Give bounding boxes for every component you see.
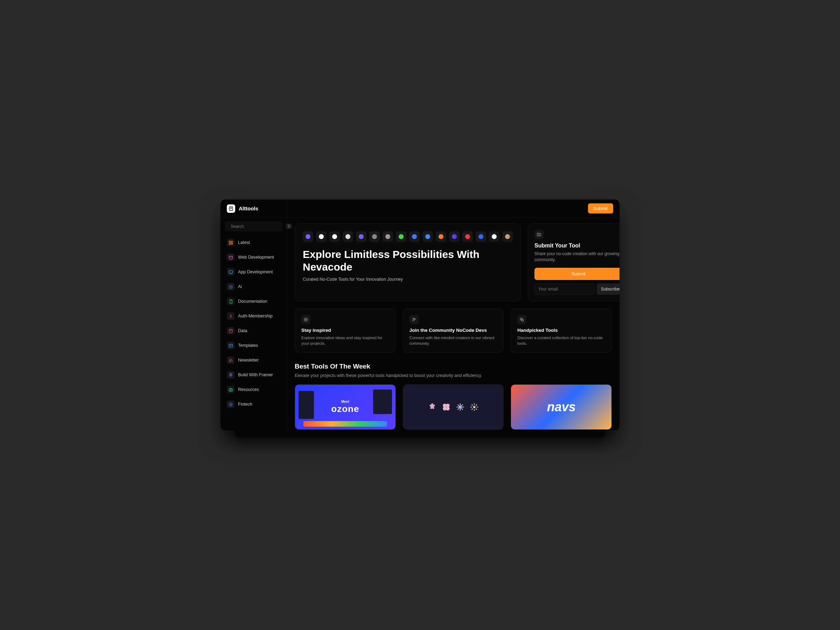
sidebar-item-templates[interactable]: Templates <box>224 338 283 352</box>
tool-card-navs[interactable]: navs <box>511 384 612 430</box>
tool-mini-icon[interactable] <box>316 231 327 242</box>
sidebar-item-data[interactable]: Data <box>224 324 283 338</box>
auth-icon <box>227 312 235 320</box>
folder-upload-icon <box>534 230 543 239</box>
tool-mini-icon[interactable] <box>369 231 380 242</box>
sidebar-item-label: Newsletter <box>238 358 259 363</box>
info-card[interactable]: Stay inspiredExplore innovative ideas an… <box>295 308 396 353</box>
info-card-icon <box>409 315 418 324</box>
svg-rect-5 <box>231 243 232 244</box>
sidebar-item-label: Data <box>238 328 247 333</box>
svg-point-10 <box>229 329 232 330</box>
info-cards-row: Stay inspiredExplore innovative ideas an… <box>295 308 612 353</box>
info-card[interactable]: Join the Community NoCode DevsConnect wi… <box>403 308 504 353</box>
search-input-wrapper[interactable]: S <box>225 221 283 231</box>
tool-name: ozone <box>331 404 359 414</box>
tool-mini-icon[interactable] <box>422 231 433 242</box>
tool-mini-icon[interactable] <box>463 231 473 242</box>
search-input[interactable] <box>231 224 283 229</box>
sidebar: S LatestWeb DevelopmentApp DevelopmentAi… <box>221 199 287 431</box>
app-window: Alttools Submit S LatestWeb DevelopmentA… <box>221 199 619 431</box>
sidebar-item-label: Web Development <box>238 255 274 260</box>
tool-tagline: Meet <box>331 400 359 404</box>
sidebar-item-fintech[interactable]: Fintech <box>224 397 283 411</box>
svg-rect-11 <box>229 344 232 347</box>
tool-mini-icon[interactable] <box>409 231 420 242</box>
window-icon <box>227 253 235 261</box>
week-section-title: Best Tools Of The Week <box>295 363 612 370</box>
svg-point-20 <box>521 319 524 321</box>
sun-icon <box>470 403 479 412</box>
sidebar-item-web-development[interactable]: Web Development <box>224 250 283 264</box>
svg-rect-6 <box>229 256 232 259</box>
brand[interactable]: Alttools <box>227 204 258 213</box>
hero-card: Explore Limitless Possibilities With Nev… <box>295 223 521 302</box>
svg-rect-4 <box>229 243 230 244</box>
tool-mini-icon[interactable] <box>449 231 459 242</box>
svg-point-17 <box>413 318 414 319</box>
svg-rect-7 <box>229 270 232 273</box>
sidebar-item-resources[interactable]: Resources <box>224 382 283 396</box>
svg-point-25 <box>473 406 476 409</box>
header-submit-button[interactable]: Submit <box>588 203 613 213</box>
sidebar-item-app-development[interactable]: App Development <box>224 265 283 279</box>
hero-title: Explore Limitless Possibilities With Nev… <box>303 248 513 273</box>
info-card-title: Handpicked Tools <box>517 328 605 333</box>
flower-icon <box>428 403 437 412</box>
svg-point-14 <box>230 389 231 390</box>
tool-card-shapes[interactable] <box>403 384 504 430</box>
sidebar-item-auth-membership[interactable]: Auth-Membership <box>224 309 283 323</box>
tool-mini-icon[interactable] <box>382 231 393 242</box>
sidebar-item-label: Ai <box>238 284 242 289</box>
sidebar-item-label: Build With Framer <box>238 373 273 377</box>
grid-icon <box>227 239 235 246</box>
svg-rect-2 <box>229 241 230 242</box>
tool-mini-icon[interactable] <box>356 231 366 242</box>
tool-mini-icon[interactable] <box>476 231 486 242</box>
info-card-icon <box>517 315 526 324</box>
fintech-icon <box>227 400 235 408</box>
clover-icon <box>442 403 451 412</box>
brand-name: Alttools <box>239 205 258 212</box>
sidebar-item-documentation[interactable]: Documentation <box>224 294 283 308</box>
nav: LatestWeb DevelopmentApp DevelopmentAiDo… <box>221 235 287 411</box>
svg-point-9 <box>230 315 231 316</box>
sidebar-item-label: Latest <box>238 240 250 245</box>
svg-rect-3 <box>231 241 232 242</box>
header: Alttools Submit <box>221 199 619 218</box>
sidebar-item-latest[interactable]: Latest <box>224 235 283 249</box>
submit-card-title: Submit Your Tool <box>534 243 619 249</box>
tool-mini-icon[interactable] <box>396 231 406 242</box>
svg-point-19 <box>521 318 523 320</box>
sidebar-item-label: Fintech <box>238 402 253 407</box>
tool-mini-icon[interactable] <box>303 231 313 242</box>
subscribe-button[interactable]: Subscribe <box>597 284 619 295</box>
hero-subtitle: Curated No-Code Tools for Your Innovatio… <box>303 277 513 282</box>
tool-mini-icon[interactable] <box>329 231 340 242</box>
submit-tool-button[interactable]: Submit <box>534 268 619 280</box>
framer-icon <box>227 371 235 379</box>
email-input[interactable] <box>534 284 595 295</box>
sidebar-item-newsletter[interactable]: Newsletter <box>224 353 283 367</box>
tool-name: navs <box>547 400 576 414</box>
doc-icon <box>227 297 235 305</box>
info-card[interactable]: Handpicked ToolsDiscover a curated colle… <box>511 308 612 353</box>
info-card-title: Stay inspired <box>302 328 389 333</box>
sidebar-item-ai[interactable]: Ai <box>224 279 283 294</box>
template-icon <box>227 342 235 349</box>
tool-icon-strip <box>303 231 513 242</box>
week-section-subtitle: Elevate your projects with these powerfu… <box>295 373 612 378</box>
tool-mini-icon[interactable] <box>343 231 353 242</box>
submit-tool-card: Submit Your Tool Share your no-code crea… <box>528 223 619 302</box>
tool-mini-icon[interactable] <box>489 231 499 242</box>
svg-point-16 <box>304 318 307 321</box>
info-card-desc: Explore innovative ideas and stay inspir… <box>302 335 389 346</box>
sidebar-item-build-with-framer[interactable]: Build With Framer <box>224 368 283 382</box>
sidebar-item-label: App Development <box>238 270 273 275</box>
tool-mini-icon[interactable] <box>502 231 513 242</box>
tool-mini-icon[interactable] <box>436 231 446 242</box>
camera-icon <box>227 386 235 393</box>
ai-icon <box>227 283 235 291</box>
tool-card-ozone[interactable]: Meet ozone <box>295 384 396 430</box>
main-content: Explore Limitless Possibilities With Nev… <box>287 199 619 431</box>
